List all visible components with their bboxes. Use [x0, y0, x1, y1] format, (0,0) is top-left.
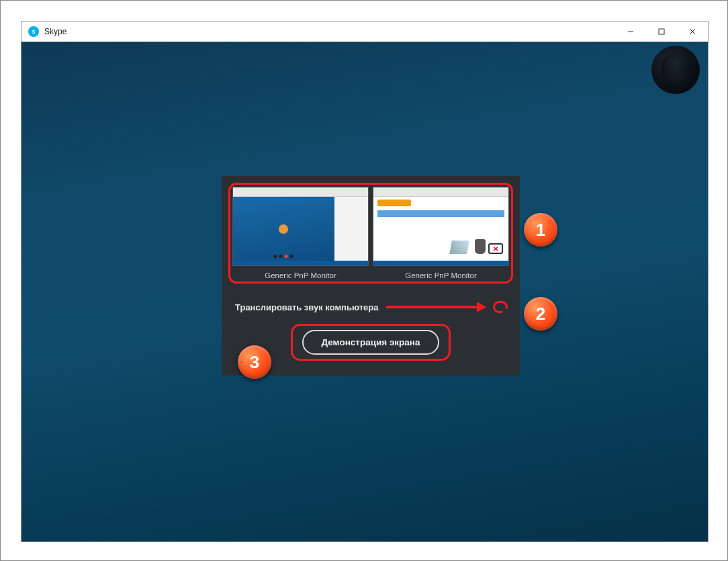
svg-rect-3: [659, 29, 664, 34]
monitor-label: Generic PnP Monitor: [405, 271, 477, 279]
monitor-option-2[interactable]: Generic PnP Monitor: [373, 187, 509, 279]
monitor-label: Generic PnP Monitor: [265, 271, 336, 279]
avatar[interactable]: [651, 46, 700, 94]
annotation-badge-1: 1: [524, 213, 557, 247]
toggle-knob: [502, 308, 514, 320]
window-title: Skype: [44, 27, 66, 36]
app-window: S Skype: [21, 21, 709, 542]
monitor-thumbnail: [373, 187, 509, 266]
audio-row: Транслировать звук компьютера: [228, 301, 513, 313]
minimize-button[interactable]: [615, 21, 646, 42]
share-button-highlight: Демонстрация экрана: [291, 324, 450, 361]
call-area: Generic PnP Monitor: [21, 42, 708, 542]
start-screenshare-button[interactable]: Демонстрация экрана: [302, 330, 439, 355]
close-button[interactable]: [677, 21, 708, 42]
titlebar: S Skype: [21, 21, 708, 42]
action-row: Демонстрация экрана: [228, 324, 513, 361]
toggle-highlight: [493, 301, 508, 313]
monitor-thumbnail: [232, 187, 369, 266]
maximize-button[interactable]: [646, 21, 677, 42]
annotation-arrow-icon: [386, 303, 486, 311]
svg-text:S: S: [32, 30, 36, 34]
screen-share-dialog: Generic PnP Monitor: [222, 176, 520, 376]
annotation-badge-3: 3: [238, 345, 271, 379]
annotation-badge-2: 2: [524, 297, 557, 331]
monitor-selection-highlight: Generic PnP Monitor: [228, 183, 513, 284]
tutorial-frame: S Skype: [0, 0, 728, 561]
share-audio-label: Транслировать звук компьютера: [235, 302, 378, 312]
monitor-option-1[interactable]: Generic PnP Monitor: [232, 187, 369, 279]
skype-icon: S: [28, 26, 39, 37]
